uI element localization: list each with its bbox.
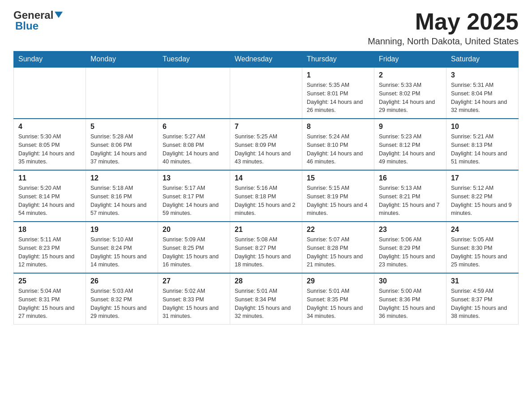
day-info: Sunrise: 5:06 AMSunset: 8:29 PMDaylight:… <box>379 235 442 269</box>
day-number: 30 <box>379 277 442 285</box>
header-sunday: Sunday <box>14 51 86 68</box>
location-title: Manning, North Dakota, United States <box>368 36 519 47</box>
calendar-cell: 31Sunrise: 4:59 AMSunset: 8:37 PMDayligh… <box>446 273 519 325</box>
day-info: Sunrise: 5:18 AMSunset: 8:16 PMDaylight:… <box>90 184 153 218</box>
header-friday: Friday <box>374 51 446 68</box>
day-info: Sunrise: 5:01 AMSunset: 8:35 PMDaylight:… <box>307 287 369 321</box>
calendar-cell: 15Sunrise: 5:15 AMSunset: 8:19 PMDayligh… <box>302 170 374 222</box>
calendar-cell: 1Sunrise: 5:35 AMSunset: 8:01 PMDaylight… <box>302 67 374 119</box>
calendar-cell: 20Sunrise: 5:09 AMSunset: 8:25 PMDayligh… <box>158 222 230 273</box>
day-number: 3 <box>451 71 514 79</box>
calendar-cell: 2Sunrise: 5:33 AMSunset: 8:02 PMDaylight… <box>374 67 446 119</box>
calendar-cell: 12Sunrise: 5:18 AMSunset: 8:16 PMDayligh… <box>86 170 158 222</box>
day-number: 14 <box>235 174 297 182</box>
calendar-cell: 23Sunrise: 5:06 AMSunset: 8:29 PMDayligh… <box>374 222 446 273</box>
page-header: General Blue May 2025 Manning, North Dak… <box>13 9 519 47</box>
day-info: Sunrise: 5:02 AMSunset: 8:33 PMDaylight:… <box>163 287 225 321</box>
day-info: Sunrise: 5:03 AMSunset: 8:32 PMDaylight:… <box>90 287 153 321</box>
day-number: 22 <box>307 226 369 234</box>
title-block: May 2025 Manning, North Dakota, United S… <box>368 9 519 47</box>
day-info: Sunrise: 5:25 AMSunset: 8:09 PMDaylight:… <box>235 133 297 166</box>
calendar-week-row: 4Sunrise: 5:30 AMSunset: 8:05 PMDaylight… <box>14 119 519 170</box>
day-number: 5 <box>90 123 153 131</box>
calendar-cell: 21Sunrise: 5:08 AMSunset: 8:27 PMDayligh… <box>230 222 302 273</box>
calendar-week-row: 18Sunrise: 5:11 AMSunset: 8:23 PMDayligh… <box>14 222 519 273</box>
calendar-cell: 25Sunrise: 5:04 AMSunset: 8:31 PMDayligh… <box>14 273 86 325</box>
calendar-cell: 14Sunrise: 5:16 AMSunset: 8:18 PMDayligh… <box>230 170 302 222</box>
calendar-cell: 27Sunrise: 5:02 AMSunset: 8:33 PMDayligh… <box>158 273 230 325</box>
calendar-cell: 29Sunrise: 5:01 AMSunset: 8:35 PMDayligh… <box>302 273 374 325</box>
calendar-cell: 7Sunrise: 5:25 AMSunset: 8:09 PMDaylight… <box>230 119 302 170</box>
day-number: 31 <box>451 277 514 285</box>
day-info: Sunrise: 5:10 AMSunset: 8:24 PMDaylight:… <box>90 235 153 269</box>
calendar-cell: 13Sunrise: 5:17 AMSunset: 8:17 PMDayligh… <box>158 170 230 222</box>
day-info: Sunrise: 5:16 AMSunset: 8:18 PMDaylight:… <box>235 184 297 218</box>
day-number: 1 <box>307 71 369 79</box>
day-number: 12 <box>90 174 153 182</box>
calendar-cell: 17Sunrise: 5:12 AMSunset: 8:22 PMDayligh… <box>446 170 519 222</box>
day-number: 2 <box>379 71 442 79</box>
day-number: 16 <box>379 174 442 182</box>
calendar-cell <box>86 67 158 119</box>
day-number: 8 <box>307 123 369 131</box>
calendar-cell: 19Sunrise: 5:10 AMSunset: 8:24 PMDayligh… <box>86 222 158 273</box>
day-info: Sunrise: 5:30 AMSunset: 8:05 PMDaylight:… <box>18 133 81 166</box>
day-number: 7 <box>235 123 297 131</box>
month-title: May 2025 <box>368 9 519 34</box>
logo: General Blue <box>13 9 63 32</box>
day-number: 23 <box>379 226 442 234</box>
day-number: 19 <box>90 226 153 234</box>
day-number: 18 <box>18 226 81 234</box>
day-info: Sunrise: 5:12 AMSunset: 8:22 PMDaylight:… <box>451 184 514 218</box>
day-number: 20 <box>163 226 225 234</box>
header-monday: Monday <box>86 51 158 68</box>
calendar-week-row: 1Sunrise: 5:35 AMSunset: 8:01 PMDaylight… <box>14 67 519 119</box>
day-info: Sunrise: 5:11 AMSunset: 8:23 PMDaylight:… <box>18 235 81 269</box>
day-number: 28 <box>235 277 297 285</box>
day-info: Sunrise: 4:59 AMSunset: 8:37 PMDaylight:… <box>451 287 514 321</box>
calendar-week-row: 11Sunrise: 5:20 AMSunset: 8:14 PMDayligh… <box>14 170 519 222</box>
day-info: Sunrise: 5:23 AMSunset: 8:12 PMDaylight:… <box>379 133 442 166</box>
day-number: 13 <box>163 174 225 182</box>
day-number: 9 <box>379 123 442 131</box>
calendar-cell: 9Sunrise: 5:23 AMSunset: 8:12 PMDaylight… <box>374 119 446 170</box>
day-number: 27 <box>163 277 225 285</box>
calendar-cell: 30Sunrise: 5:00 AMSunset: 8:36 PMDayligh… <box>374 273 446 325</box>
day-info: Sunrise: 5:07 AMSunset: 8:28 PMDaylight:… <box>307 235 369 269</box>
calendar-cell: 10Sunrise: 5:21 AMSunset: 8:13 PMDayligh… <box>446 119 519 170</box>
day-info: Sunrise: 5:20 AMSunset: 8:14 PMDaylight:… <box>18 184 81 218</box>
day-info: Sunrise: 5:17 AMSunset: 8:17 PMDaylight:… <box>163 184 225 218</box>
day-info: Sunrise: 5:28 AMSunset: 8:06 PMDaylight:… <box>90 133 153 166</box>
calendar-cell: 28Sunrise: 5:01 AMSunset: 8:34 PMDayligh… <box>230 273 302 325</box>
calendar-table: Sunday Monday Tuesday Wednesday Thursday… <box>13 51 519 325</box>
day-number: 17 <box>451 174 514 182</box>
day-info: Sunrise: 5:04 AMSunset: 8:31 PMDaylight:… <box>18 287 81 321</box>
day-info: Sunrise: 5:33 AMSunset: 8:02 PMDaylight:… <box>379 81 442 115</box>
day-number: 24 <box>451 226 514 234</box>
day-info: Sunrise: 5:09 AMSunset: 8:25 PMDaylight:… <box>163 235 225 269</box>
day-info: Sunrise: 5:08 AMSunset: 8:27 PMDaylight:… <box>235 235 297 269</box>
header-wednesday: Wednesday <box>230 51 302 68</box>
day-info: Sunrise: 5:24 AMSunset: 8:10 PMDaylight:… <box>307 133 369 166</box>
day-number: 6 <box>163 123 225 131</box>
day-number: 29 <box>307 277 369 285</box>
calendar-cell: 8Sunrise: 5:24 AMSunset: 8:10 PMDaylight… <box>302 119 374 170</box>
calendar-cell: 18Sunrise: 5:11 AMSunset: 8:23 PMDayligh… <box>14 222 86 273</box>
day-number: 15 <box>307 174 369 182</box>
header-thursday: Thursday <box>302 51 374 68</box>
day-info: Sunrise: 5:01 AMSunset: 8:34 PMDaylight:… <box>235 287 297 321</box>
calendar-cell: 6Sunrise: 5:27 AMSunset: 8:08 PMDaylight… <box>158 119 230 170</box>
calendar-week-row: 25Sunrise: 5:04 AMSunset: 8:31 PMDayligh… <box>14 273 519 325</box>
header-tuesday: Tuesday <box>158 51 230 68</box>
day-number: 26 <box>90 277 153 285</box>
day-info: Sunrise: 5:05 AMSunset: 8:30 PMDaylight:… <box>451 235 514 269</box>
calendar-cell: 5Sunrise: 5:28 AMSunset: 8:06 PMDaylight… <box>86 119 158 170</box>
calendar-cell: 24Sunrise: 5:05 AMSunset: 8:30 PMDayligh… <box>446 222 519 273</box>
day-number: 21 <box>235 226 297 234</box>
header-saturday: Saturday <box>446 51 519 68</box>
day-number: 25 <box>18 277 81 285</box>
day-info: Sunrise: 5:00 AMSunset: 8:36 PMDaylight:… <box>379 287 442 321</box>
calendar-cell: 4Sunrise: 5:30 AMSunset: 8:05 PMDaylight… <box>14 119 86 170</box>
logo-blue-text: Blue <box>15 20 39 32</box>
calendar-cell <box>230 67 302 119</box>
